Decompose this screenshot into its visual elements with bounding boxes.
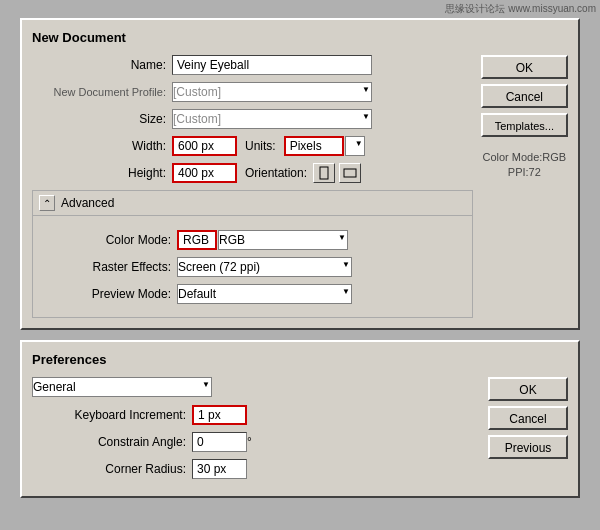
pref-ok-button[interactable]: OK (488, 377, 568, 401)
name-row: Name: (32, 55, 473, 75)
size-select[interactable]: [Custom] (172, 109, 372, 129)
ok-button[interactable]: OK (481, 55, 568, 79)
corner-radius-row: Corner Radius: (32, 459, 480, 479)
keyboard-increment-row: Keyboard Increment: (32, 405, 480, 425)
new-doc-buttons: OK Cancel Templates... Color Mode:RGB PP… (481, 55, 568, 318)
color-mode-select[interactable]: RGB (218, 230, 348, 250)
color-mode-row: Color Mode: RGB (37, 230, 468, 250)
units-input[interactable] (284, 136, 344, 156)
general-group: General (32, 377, 480, 397)
name-label: Name: (32, 58, 172, 72)
new-document-title: New Document (32, 30, 568, 45)
height-input[interactable] (172, 163, 237, 183)
size-select-wrapper: [Custom] (172, 109, 372, 129)
units-label: Units: (245, 139, 276, 153)
profile-label: New Document Profile: (32, 86, 172, 98)
height-label: Height: (32, 166, 172, 180)
svg-rect-1 (344, 169, 356, 177)
keyboard-increment-label: Keyboard Increment: (32, 408, 192, 422)
profile-select-wrapper: [Custom] (172, 82, 372, 102)
orientation-label: Orientation: (245, 166, 307, 180)
profile-row: New Document Profile: [Custom] (32, 82, 473, 102)
size-row: Size: [Custom] (32, 109, 473, 129)
preview-mode-select[interactable]: Default (177, 284, 352, 304)
raster-effects-label: Raster Effects: (37, 260, 177, 274)
cancel-button[interactable]: Cancel (481, 84, 568, 108)
templates-button[interactable]: Templates... (481, 113, 568, 137)
units-select-wrapper: Pixels (345, 136, 365, 156)
height-row: Height: Orientation: (32, 163, 473, 183)
color-mode-input[interactable] (177, 230, 217, 250)
preferences-title: Preferences (32, 352, 568, 367)
preferences-dialog: Preferences General Keyboard Increment: (20, 340, 580, 498)
advanced-section: ⌃ Advanced Color Mode: RGB (32, 190, 473, 318)
corner-radius-label: Corner Radius: (32, 462, 192, 476)
size-label: Size: (32, 112, 172, 126)
svg-rect-0 (320, 167, 328, 179)
advanced-label: Advanced (61, 196, 114, 210)
ppi-info: PPI:72 (481, 165, 568, 180)
landscape-orientation-btn[interactable] (339, 163, 361, 183)
name-input[interactable] (172, 55, 372, 75)
corner-radius-input[interactable] (192, 459, 247, 479)
watermark: 思缘设计论坛 www.missyuan.com (445, 2, 596, 16)
raster-effects-select[interactable]: Screen (72 ppi) (177, 257, 352, 277)
keyboard-increment-input[interactable] (192, 405, 247, 425)
new-document-dialog: New Document Name: New Document Profile:… (20, 18, 580, 330)
constrain-angle-input[interactable] (192, 432, 247, 452)
width-input[interactable] (172, 136, 237, 156)
portrait-orientation-btn[interactable] (313, 163, 335, 183)
color-mode-label: Color Mode: (37, 233, 177, 247)
preview-mode-row: Preview Mode: Default (37, 284, 468, 304)
width-row: Width: Units: Pixels (32, 136, 473, 156)
width-label: Width: (32, 139, 172, 153)
units-select[interactable]: Pixels (345, 136, 365, 156)
pref-cancel-button[interactable]: Cancel (488, 406, 568, 430)
color-mode-info: Color Mode:RGB (481, 150, 568, 165)
preview-mode-label: Preview Mode: (37, 287, 177, 301)
pref-buttons: OK Cancel Previous (488, 377, 568, 486)
previous-button[interactable]: Previous (488, 435, 568, 459)
profile-select[interactable]: [Custom] (172, 82, 372, 102)
advanced-toggle-btn[interactable]: ⌃ (39, 195, 55, 211)
raster-effects-row: Raster Effects: Screen (72 ppi) (37, 257, 468, 277)
general-select[interactable]: General (32, 377, 212, 397)
degree-symbol: ° (247, 435, 252, 449)
constrain-angle-label: Constrain Angle: (32, 435, 192, 449)
constrain-angle-row: Constrain Angle: ° (32, 432, 480, 452)
color-info-block: Color Mode:RGB PPI:72 (481, 150, 568, 181)
